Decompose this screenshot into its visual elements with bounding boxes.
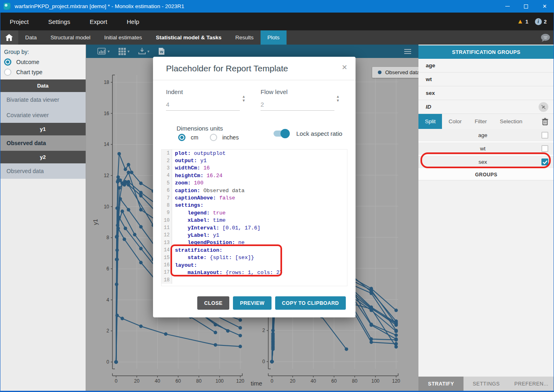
unit-option-inches[interactable]: inches <box>210 134 244 141</box>
sidebar-item-bivariate-data-viewer[interactable]: Bivariate data viewer <box>0 92 86 107</box>
layout-menu[interactable]: ▾ <box>119 48 129 55</box>
flow-level-input[interactable]: 2 <box>261 101 334 111</box>
feedback-chat-icon[interactable] <box>540 33 551 42</box>
covariate-row-id[interactable]: ID <box>418 100 554 114</box>
code-line: 5zoom: 100 <box>162 180 347 187</box>
group-by-option-outcome[interactable]: Outcome <box>4 58 86 66</box>
tab-initial-estimates[interactable]: Initial estimates <box>97 30 149 45</box>
sidebar-section-header-data: Data <box>0 79 86 92</box>
warning-count: 1 <box>526 19 528 25</box>
plot-menu-icon[interactable] <box>404 49 411 54</box>
split-checkbox-wt[interactable] <box>541 145 548 152</box>
panel-tab-stratify[interactable]: STRATIFY <box>418 377 463 391</box>
svg-text:0: 0 <box>271 378 274 384</box>
tab-plots[interactable]: Plots <box>261 30 287 45</box>
trash-icon[interactable] <box>542 114 548 129</box>
word-report-button[interactable]: W <box>158 47 165 55</box>
copy-to-clipboard-button[interactable]: COPY TO CLIPBOARD <box>275 296 346 310</box>
stratify-tab-color[interactable]: Color <box>442 114 468 129</box>
svg-text:W: W <box>160 50 164 54</box>
svg-text:40: 40 <box>155 378 160 384</box>
menu-project[interactable]: Project <box>9 18 30 25</box>
tab-home[interactable] <box>0 30 18 45</box>
menu-export[interactable]: Export <box>89 18 108 25</box>
code-line: 8settings: <box>162 202 347 209</box>
preview-button[interactable]: PREVIEW <box>233 296 271 310</box>
window-minimize-button[interactable] <box>498 0 517 13</box>
covariate-row-wt[interactable]: wt <box>418 73 554 86</box>
menu-help[interactable]: Help <box>126 18 140 25</box>
stratification-panel: STRATIFICATION GROUPS agewtsexID SplitCo… <box>418 45 554 392</box>
indent-input[interactable]: 4 <box>166 101 240 111</box>
groups-header: GROUPS <box>418 169 554 180</box>
group-by-option-chart-type[interactable]: Chart type <box>4 69 86 76</box>
window-close-button[interactable]: ✕ <box>535 0 554 13</box>
sidebar-item-observed-data[interactable]: Observed data <box>0 135 86 151</box>
monolix-logo-icon <box>4 3 11 10</box>
sidebar-item-covariate-viewer[interactable]: Covariate viewer <box>0 107 86 123</box>
code-text: captionAbove: false <box>172 195 235 201</box>
code-text: stratification: <box>172 247 222 253</box>
info-indicator[interactable]: i 2 <box>535 18 547 25</box>
lock-aspect-ratio-toggle[interactable] <box>274 131 289 137</box>
radio-icon <box>4 58 11 66</box>
warning-icon: ▲ <box>517 18 524 25</box>
tab-structural-model[interactable]: Structural model <box>44 30 97 45</box>
group-by-option-label: Chart type <box>16 69 43 75</box>
stratify-tab-selection[interactable]: Selection <box>494 114 529 129</box>
code-text: heightCm: 16.24 <box>172 173 222 179</box>
code-text: plot: outputplot <box>172 150 226 156</box>
code-text: settings: <box>172 202 203 208</box>
svg-text:2: 2 <box>262 328 265 333</box>
unit-option-cm[interactable]: cm <box>178 134 204 141</box>
code-text: yInterval: [0.01, 17.6] <box>172 225 261 231</box>
report-template-dialog: Placeholder for Report Template ✕ Indent… <box>153 57 356 317</box>
code-text: yLabel: y1 <box>172 232 219 238</box>
menu-bar: ProjectSettingsExportHelp ▲ 1 i 2 <box>0 13 554 30</box>
panel-tab-settings[interactable]: SETTINGS <box>463 377 509 391</box>
svg-text:14: 14 <box>104 141 110 147</box>
dialog-title: Placeholder for Report Template <box>166 64 288 73</box>
chevron-down-icon: ▾ <box>147 49 149 54</box>
chevron-down-icon: ▾ <box>108 49 110 54</box>
svg-text:100: 100 <box>371 378 379 384</box>
lock-aspect-ratio-label: Lock aspect ratio <box>296 130 342 137</box>
window-title: warfarinPKPD_project.mlxtran [demo] * - … <box>15 3 184 9</box>
stratification-groups-header: STRATIFICATION GROUPS <box>418 45 554 59</box>
chart-type-icon <box>97 48 106 55</box>
tab-statistical-model-tasks[interactable]: Statistical model & Tasks <box>149 30 228 45</box>
export-menu[interactable]: ▾ <box>138 48 149 55</box>
stratify-tab-split[interactable]: Split <box>418 114 442 129</box>
dialog-close-icon[interactable]: ✕ <box>342 63 347 72</box>
line-number: 10 <box>162 217 172 224</box>
split-row-wt: wt <box>418 142 554 156</box>
warnings-indicator[interactable]: ▲ 1 <box>517 18 528 25</box>
svg-text:0: 0 <box>115 378 118 384</box>
group-by-label: Group by: <box>4 49 86 55</box>
window-maximize-button[interactable] <box>517 0 535 13</box>
template-code-editor[interactable]: 1plot: outputplot2output: y13widthCm: 16… <box>161 149 347 286</box>
stratify-tab-filter[interactable]: Filter <box>468 114 494 129</box>
svg-text:20: 20 <box>134 378 140 384</box>
flow-level-stepper[interactable]: ▲▼ <box>336 95 340 102</box>
panel-tab-preferen[interactable]: PREFEREN... <box>509 377 554 391</box>
indent-stepper[interactable]: ▲▼ <box>242 95 246 102</box>
svg-text:0: 0 <box>106 359 109 365</box>
close-button[interactable]: CLOSE <box>197 296 229 310</box>
svg-text:y1: y1 <box>92 219 99 225</box>
info-count: 2 <box>544 19 547 25</box>
tab-data[interactable]: Data <box>18 30 44 45</box>
split-checkbox-sex[interactable] <box>541 159 548 165</box>
sidebar-section-header-y1: y1 <box>0 123 86 135</box>
svg-text:20: 20 <box>290 378 295 384</box>
line-number: 2 <box>162 157 172 164</box>
menu-settings[interactable]: Settings <box>47 18 71 25</box>
sidebar-item-observed-data[interactable]: Observed data <box>0 163 86 179</box>
covariate-row-age[interactable]: age <box>418 59 554 73</box>
chart-type-menu[interactable]: ▾ <box>97 48 110 55</box>
svg-text:12: 12 <box>104 173 110 178</box>
covariate-row-sex[interactable]: sex <box>418 86 554 100</box>
split-checkbox-age[interactable] <box>541 132 548 139</box>
code-line: 16layout: <box>162 261 347 269</box>
tab-results[interactable]: Results <box>228 30 261 45</box>
